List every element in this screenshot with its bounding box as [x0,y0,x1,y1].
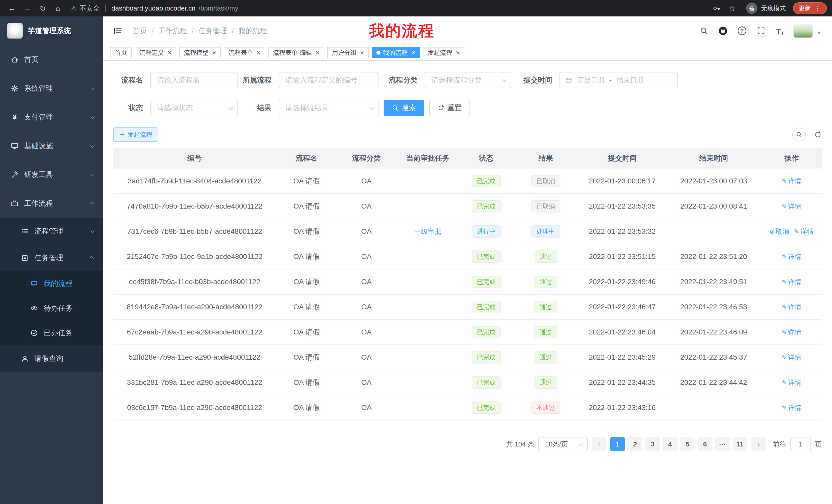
password-key-icon[interactable] [710,2,724,15]
tab-5[interactable]: 用户分组× [327,47,369,58]
forward-icon[interactable]: → [21,2,34,15]
tab-close-icon[interactable]: × [316,49,319,56]
pager-page-1[interactable]: 1 [610,437,625,451]
security-warning-icon[interactable]: ⚠ [71,5,77,12]
pager-page-11[interactable]: 11 [733,437,747,451]
cell-submit-time: 2022-01-22 23:46:04 [579,319,666,345]
detail-link[interactable]: ✎详情 [782,404,801,412]
table-row: 331bc281-7b9a-11ec-a290-acde48001122 OA … [113,370,822,395]
tab-3[interactable]: 流程表单× [224,47,265,58]
cancel-link[interactable]: ⊘取消 [770,228,789,235]
sidebar-item-my-process[interactable]: 我的流程 [0,271,103,296]
fontsize-icon[interactable]: TT [774,25,786,36]
pager-page-2[interactable]: 2 [628,437,642,451]
pager-goto-input[interactable] [790,437,811,451]
process-table: 编号 流程名 流程分类 当前审批任务 状态 结果 提交时间 结束时间 操作 3a… [113,148,822,421]
detail-link[interactable]: ✎详情 [782,253,801,260]
status-tag: 已完成 [472,250,501,263]
sidebar-item-done-tasks[interactable]: 已办任务 [0,320,103,345]
detail-link[interactable]: ✎详情 [782,379,801,386]
bookmark-star-icon[interactable]: ☆ [726,2,739,15]
page-content: 流程名 所属流程 流程分类 请选择流程分类 提交时间 [103,61,832,504]
search-button[interactable]: 搜索 [384,100,424,116]
sidebar-item-devtools[interactable]: 研发工具 [0,160,103,189]
current-task-link[interactable]: 一级审批 [414,228,441,235]
tab-6[interactable]: 我的流程× [372,47,420,58]
tab-1[interactable]: 流程定义× [135,47,176,58]
reset-button[interactable]: 重置 [430,100,470,116]
cell-end-time: 2022-01-22 23:51:20 [666,244,761,269]
sidebar-item-system[interactable]: 系统管理 [0,74,103,103]
chevron-down-icon [90,86,95,90]
search-icon[interactable] [698,25,710,36]
status-select[interactable]: 请选择状态 [150,100,238,116]
address-bar[interactable]: ⚠ 不安全 dashboard.yudao.iocoder.cn/bpm/tas… [71,4,708,13]
process-name-input[interactable] [150,72,238,88]
detail-link[interactable]: ✎详情 [782,328,801,336]
tab-close-icon[interactable]: × [167,49,172,56]
back-icon[interactable]: ← [5,2,19,15]
tab-close-icon[interactable]: × [257,49,260,56]
sidebar-item-label: 我的流程 [44,279,73,288]
detail-link[interactable]: ✎详情 [782,354,801,361]
menu-kebab-icon[interactable]: ⋮ [814,4,821,12]
breadcrumb-item-workflow[interactable]: 工作流程 [158,26,187,36]
check-circle-icon [30,329,38,337]
sidebar-toggle-icon[interactable] [113,26,122,35]
sidebar-item-todo-tasks[interactable]: 待办任务 [0,296,103,320]
sidebar-item-payment[interactable]: ¥ 支付管理 [0,103,103,132]
tab-close-icon[interactable]: × [411,49,415,56]
cell-status: 已完成 [460,244,513,269]
tab-7[interactable]: 发起流程× [423,47,464,58]
category-select[interactable]: 请选择流程分类 [425,72,511,88]
cell-process-id: 7470a810-7b9b-11ec-b5b7-acde48001122 [113,194,276,219]
tab-2[interactable]: 流程模型× [179,47,220,58]
home-icon[interactable]: ⌂ [51,2,65,15]
cell-current-task [396,244,460,269]
table-row: 7470a810-7b9b-11ec-b5b7-acde48001122 OA … [113,194,822,219]
tab-close-icon[interactable]: × [360,49,364,56]
detail-link[interactable]: ✎详情 [782,278,801,286]
page-size-select[interactable]: 10条/页 [538,437,588,451]
tab-0[interactable]: 首页 [110,47,132,58]
update-button[interactable]: 更新 ⋮ [793,2,827,14]
process-definition-input[interactable] [279,72,379,88]
sidebar-item-leave-query[interactable]: 请假查询 [0,345,103,372]
cell-process-id: 67c2eaab-7b9a-11ec-a290-acde48001122 [113,319,276,345]
tab-close-icon[interactable]: × [212,49,216,56]
cell-submit-time: 2022-01-22 23:49:46 [579,269,666,295]
pager-prev-button[interactable]: ‹ [592,437,606,451]
pager-page-3[interactable]: 3 [645,437,660,451]
sidebar-item-process-mgmt[interactable]: 流程管理 [0,218,103,245]
breadcrumb-item-home[interactable]: 首页 [133,26,147,36]
detail-link[interactable]: ✎详情 [782,202,801,210]
result-select[interactable]: 请选择流结果 [279,100,379,116]
detail-link[interactable]: ✎详情 [782,177,801,185]
tab-close-icon[interactable]: × [456,49,460,56]
detail-link[interactable]: ✎详情 [782,303,801,311]
pager-more-button[interactable]: ··· [715,437,730,451]
tab-4[interactable]: 流程表单-编辑× [268,47,324,58]
sidebar-item-task-mgmt[interactable]: 任务管理 [0,245,103,271]
pager-page-5[interactable]: 5 [680,437,695,451]
create-process-button[interactable]: 发起流程 [113,128,158,142]
refresh-icon[interactable] [814,131,822,138]
github-icon[interactable] [717,25,729,36]
sidebar-item-infra[interactable]: 基础设施 [0,132,103,160]
detail-link[interactable]: ✎详情 [794,228,814,235]
fullscreen-icon[interactable] [755,25,767,36]
sidebar-item-workflow[interactable]: 工作流程 [0,189,103,218]
toggle-search-icon[interactable] [792,128,806,141]
pager-page-6[interactable]: 6 [698,437,712,451]
sidebar-item-home[interactable]: 首页 [0,45,103,74]
edit-icon: ✎ [782,253,787,260]
breadcrumb-item-task-mgmt[interactable]: 任务管理 [199,26,227,36]
avatar[interactable] [794,24,813,38]
pager-next-button[interactable]: › [751,437,766,451]
submit-time-range-picker[interactable]: 开始日期 - 结束日期 [560,72,678,88]
col-actions: 操作 [761,148,822,169]
pager-goto-label: 前往 [773,440,786,449]
reload-icon[interactable]: ↻ [36,2,49,15]
question-icon[interactable]: ? [736,25,748,36]
pager-page-4[interactable]: 4 [663,437,677,451]
